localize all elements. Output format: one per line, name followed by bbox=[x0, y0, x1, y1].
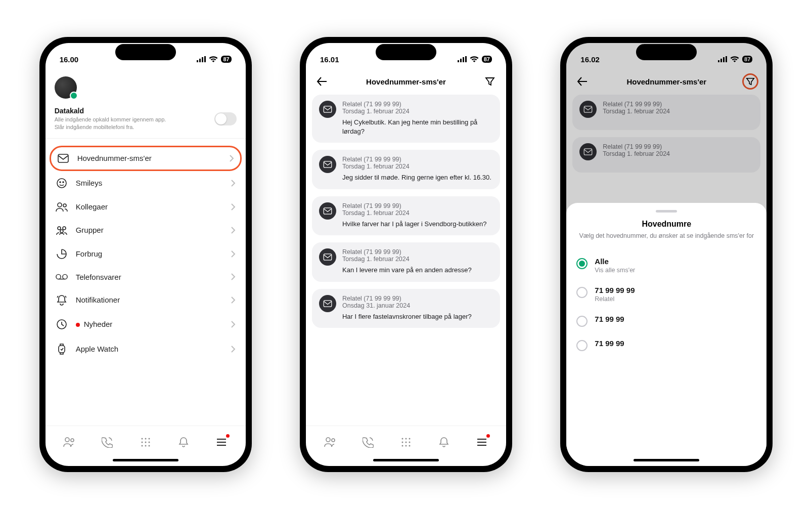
mail-icon bbox=[319, 202, 336, 220]
phone-2: 16.01 87 Hovednummer-sms'er Relatel (71 … bbox=[300, 37, 512, 472]
phone-1: 16.00 87 Datakald Alle indgående opkald … bbox=[39, 37, 252, 472]
menu-label: Telefonsvarer bbox=[76, 273, 222, 281]
nav-keypad[interactable] bbox=[134, 433, 157, 451]
signal-icon bbox=[718, 56, 727, 62]
app-header: Hovednummer-sms'er bbox=[566, 70, 766, 95]
radio-icon bbox=[576, 287, 588, 298]
filter-button[interactable] bbox=[482, 73, 498, 90]
nav-notifications[interactable] bbox=[433, 433, 455, 451]
back-button[interactable] bbox=[574, 73, 591, 90]
mail-icon bbox=[319, 295, 336, 312]
home-indicator[interactable] bbox=[306, 454, 506, 466]
menu-item-watch[interactable]: Apple Watch bbox=[50, 336, 242, 362]
menu-item-smiley[interactable]: Smileys bbox=[50, 171, 242, 195]
sms-card[interactable]: Relatel (71 99 99 99)Torsdag 1. februar … bbox=[312, 196, 500, 236]
groups-icon bbox=[56, 225, 68, 235]
back-button[interactable] bbox=[314, 73, 330, 90]
menu-item-usage[interactable]: Forbrug bbox=[50, 242, 242, 266]
nav-menu-dot bbox=[486, 434, 490, 438]
sms-card[interactable]: Relatel (71 99 99 99)Torsdag 1. februar … bbox=[312, 242, 500, 282]
avatar[interactable] bbox=[55, 76, 77, 99]
sms-text: Jeg sidder til møde. Ring gerne igen eft… bbox=[342, 173, 493, 182]
svg-point-41 bbox=[326, 438, 330, 442]
svg-rect-60 bbox=[584, 149, 593, 155]
smiley-icon bbox=[56, 178, 68, 189]
svg-point-27 bbox=[145, 445, 146, 446]
filter-option[interactable]: 71 99 99 bbox=[575, 309, 757, 333]
svg-rect-37 bbox=[324, 161, 332, 167]
filter-option[interactable]: 71 99 99 99Relatel bbox=[575, 280, 757, 309]
usage-icon bbox=[56, 248, 68, 260]
clock-icon bbox=[56, 319, 68, 330]
home-indicator[interactable] bbox=[566, 454, 766, 466]
sms-card[interactable]: Relatel (71 99 99 99)Onsdag 31. januar 2… bbox=[312, 289, 500, 328]
filter-button[interactable] bbox=[742, 73, 758, 90]
sms-sender: Relatel (71 99 99 99) bbox=[342, 101, 493, 108]
svg-point-51 bbox=[409, 445, 410, 446]
menu-label: Nyheder bbox=[76, 320, 222, 328]
datakald-desc-line1: Alle indgående opkald kommer igennem app… bbox=[55, 116, 166, 123]
nav-calls[interactable] bbox=[96, 433, 118, 451]
sms-date: Torsdag 1. februar 2024 bbox=[342, 163, 493, 170]
svg-point-24 bbox=[145, 441, 146, 443]
filter-sheet: Hovednumre Vælg det hovednummer, du ønsk… bbox=[566, 203, 766, 466]
nav-menu[interactable] bbox=[471, 433, 493, 451]
sms-date: Torsdag 1. februar 2024 bbox=[342, 256, 493, 263]
chevron-right-icon bbox=[231, 226, 236, 234]
people-icon bbox=[56, 202, 68, 212]
sms-card[interactable]: Relatel (71 99 99 99)Torsdag 1. februar … bbox=[312, 150, 500, 189]
svg-point-46 bbox=[401, 441, 403, 443]
nav-contacts[interactable] bbox=[58, 433, 80, 451]
sms-card: Relatel (71 99 99 99)Torsdag 1. februar … bbox=[572, 137, 760, 173]
svg-point-23 bbox=[141, 441, 143, 443]
svg-rect-36 bbox=[324, 106, 332, 112]
wifi-icon bbox=[470, 56, 479, 63]
svg-point-48 bbox=[409, 441, 410, 443]
svg-point-42 bbox=[332, 439, 335, 442]
sms-date: Onsdag 31. januar 2024 bbox=[342, 302, 493, 309]
option-title: Alle bbox=[595, 257, 635, 266]
svg-rect-34 bbox=[463, 57, 464, 62]
svg-point-26 bbox=[141, 445, 143, 446]
phone-3: 16.02 87 Hovednummer-sms'er Relatel (71 … bbox=[560, 37, 773, 472]
bell-icon bbox=[56, 294, 68, 306]
datakald-section: Datakald Alle indgående opkald kommer ig… bbox=[46, 102, 246, 139]
chevron-right-icon bbox=[231, 179, 236, 187]
menu-label: Hovednummer-sms'er bbox=[77, 154, 221, 162]
menu-item-mail[interactable]: Hovednummer-sms'er bbox=[50, 146, 242, 171]
sms-card[interactable]: Relatel (71 99 99 99)Torsdag 1. februar … bbox=[312, 95, 500, 143]
status-time: 16.00 bbox=[60, 55, 79, 64]
mail-icon bbox=[319, 248, 336, 266]
sheet-subtitle: Vælg det hovednummer, du ønsker at se in… bbox=[575, 232, 757, 241]
chevron-right-icon bbox=[231, 320, 236, 328]
datakald-toggle[interactable] bbox=[214, 112, 237, 125]
datakald-title: Datakald bbox=[55, 107, 166, 115]
menu-label: Kollegaer bbox=[76, 202, 222, 211]
svg-point-19 bbox=[71, 439, 74, 442]
menu-item-voicemail[interactable]: Telefonsvarer bbox=[50, 266, 242, 288]
nav-keypad[interactable] bbox=[395, 433, 417, 451]
menu-item-clock[interactable]: Nyheder bbox=[50, 312, 242, 336]
sms-date: Torsdag 1. februar 2024 bbox=[603, 108, 753, 115]
menu-item-bell[interactable]: Notifikationer bbox=[50, 288, 242, 312]
nav-contacts[interactable] bbox=[319, 433, 341, 451]
filter-option[interactable]: AlleVis alle sms'er bbox=[575, 251, 757, 280]
bottom-nav bbox=[46, 426, 246, 454]
home-indicator[interactable] bbox=[46, 454, 246, 466]
chevron-right-icon bbox=[231, 250, 236, 258]
sheet-handle[interactable] bbox=[656, 210, 677, 213]
nav-menu[interactable] bbox=[210, 433, 233, 451]
svg-rect-33 bbox=[460, 59, 462, 62]
menu-item-people[interactable]: Kollegaer bbox=[50, 195, 242, 219]
menu-item-groups[interactable]: Grupper bbox=[50, 219, 242, 242]
svg-point-8 bbox=[58, 203, 62, 207]
nav-notifications[interactable] bbox=[172, 433, 195, 451]
radio-icon bbox=[576, 316, 588, 327]
filter-option[interactable]: 71 99 99 bbox=[575, 333, 757, 357]
svg-rect-58 bbox=[726, 56, 727, 62]
svg-rect-39 bbox=[324, 254, 332, 260]
svg-point-9 bbox=[63, 204, 66, 207]
nav-calls[interactable] bbox=[357, 433, 379, 451]
svg-rect-55 bbox=[718, 60, 719, 62]
watch-icon bbox=[56, 343, 68, 355]
